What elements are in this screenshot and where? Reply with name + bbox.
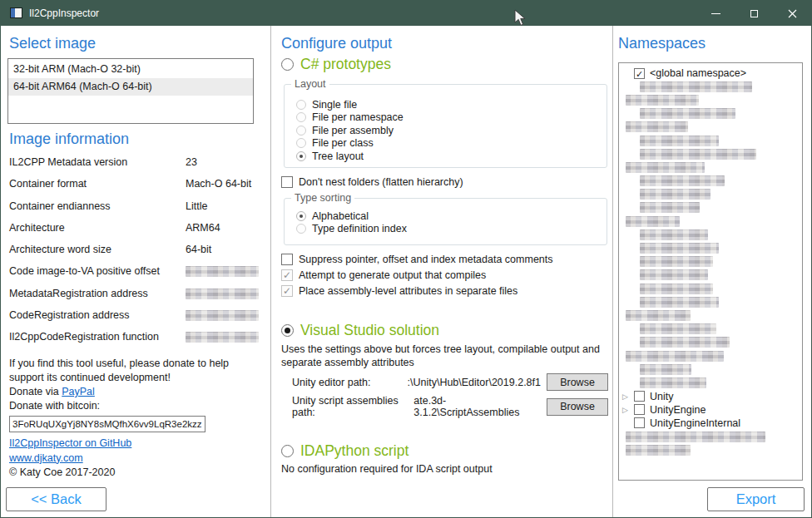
- layout-option-radio[interactable]: File per class: [296, 137, 607, 150]
- namespace-tree-item[interactable]: ▷ UnityEngineInternal: [622, 417, 802, 430]
- export-button[interactable]: Export: [707, 487, 805, 511]
- github-link[interactable]: Il2CppInspector on GitHub: [9, 437, 131, 449]
- namespace-tree-item[interactable]: ▷: [622, 282, 802, 295]
- browse-button[interactable]: Browse: [547, 398, 608, 416]
- namespaces-tree[interactable]: ▷ <global namespace> ▷ ▷ ▷: [618, 62, 803, 481]
- layout-option-radio[interactable]: File per namespace: [296, 111, 607, 125]
- redacted-namespace[interactable]: [626, 432, 765, 442]
- namespace-tree-item[interactable]: ▷: [622, 430, 802, 443]
- redacted-namespace[interactable]: [640, 323, 716, 334]
- browse-button[interactable]: Browse: [547, 373, 608, 391]
- minimize-button[interactable]: [696, 1, 735, 26]
- expander-icon[interactable]: ▷: [622, 391, 634, 402]
- namespace-tree-item[interactable]: ▷: [622, 121, 802, 134]
- redacted-namespace[interactable]: [626, 310, 691, 321]
- namespace-checkbox[interactable]: [634, 417, 645, 428]
- type-sorting-option-radio[interactable]: Type definition index: [296, 223, 607, 236]
- redacted-namespace[interactable]: [640, 269, 708, 280]
- namespace-tree-item[interactable]: ▷: [622, 80, 802, 93]
- output-option-checkbox[interactable]: Attempt to generate output that compiles: [281, 267, 553, 283]
- bitcoin-address-input[interactable]: [9, 416, 205, 432]
- info-label: Il2CppCodeRegistration function: [9, 331, 186, 343]
- namespace-tree-item[interactable]: ▷: [622, 241, 802, 254]
- namespace-checkbox[interactable]: [634, 68, 645, 79]
- image-info-table: IL2CPP Metadata version 23 Container for…: [9, 156, 259, 353]
- redacted-namespace[interactable]: [640, 202, 700, 213]
- image-listbox[interactable]: 32-bit ARM (Mach-O 32-bit) 64-bit ARM64 …: [7, 58, 254, 124]
- redacted-namespace[interactable]: [640, 81, 752, 92]
- namespace-tree-item[interactable]: ▷: [622, 107, 802, 121]
- namespace-tree-item[interactable]: ▷: [622, 255, 802, 269]
- redacted-namespace[interactable]: [640, 189, 710, 200]
- namespace-tree-item[interactable]: ▷: [622, 134, 802, 147]
- donate-bitcoin-text: Donate with bitcoin:: [9, 399, 259, 413]
- redacted-namespace[interactable]: [640, 256, 713, 267]
- redacted-value: [186, 289, 259, 299]
- redacted-namespace[interactable]: [640, 377, 706, 388]
- layout-option-radio[interactable]: File per assembly: [296, 124, 607, 137]
- namespace-tree-item[interactable]: ▷: [622, 295, 802, 308]
- namespace-tree-item[interactable]: ▷ Unity: [622, 390, 802, 403]
- redacted-namespace[interactable]: [626, 95, 699, 106]
- website-link[interactable]: www.djkaty.com: [9, 452, 83, 464]
- back-button[interactable]: << Back: [6, 487, 106, 511]
- info-row: Container endianness Little: [9, 200, 259, 222]
- namespace-tree-item[interactable]: ▷: [622, 147, 802, 160]
- redacted-namespace[interactable]: [640, 229, 708, 240]
- redacted-namespace[interactable]: [626, 445, 691, 456]
- redacted-namespace[interactable]: [640, 364, 691, 375]
- idapython-script-radio[interactable]: IDAPython script: [281, 442, 408, 460]
- output-option-checkbox[interactable]: Place assembly-level attributes in separ…: [281, 284, 553, 299]
- redacted-namespace[interactable]: [640, 175, 725, 186]
- redacted-namespace[interactable]: [626, 351, 724, 362]
- redacted-namespace[interactable]: [640, 136, 719, 146]
- paypal-link[interactable]: PayPal: [62, 386, 95, 397]
- redacted-namespace[interactable]: [640, 297, 719, 308]
- expander-icon[interactable]: ▷: [622, 404, 634, 416]
- namespace-tree-item[interactable]: ▷: [622, 201, 802, 215]
- close-button[interactable]: [773, 1, 811, 26]
- namespace-tree-item[interactable]: ▷: [622, 175, 802, 188]
- layout-option-radio[interactable]: Single file: [296, 98, 607, 111]
- select-image-heading: Select image: [9, 35, 96, 52]
- layout-option-radio[interactable]: Tree layout: [296, 150, 607, 163]
- namespace-tree-item[interactable]: ▷: [622, 443, 802, 456]
- redacted-namespace[interactable]: [640, 337, 730, 348]
- image-information-heading: Image information: [9, 131, 129, 148]
- type-sorting-option-radio[interactable]: Alphabetical: [296, 210, 607, 223]
- namespace-tree-item[interactable]: ▷ UnityEngine: [622, 403, 802, 417]
- namespace-tree-item[interactable]: ▷: [622, 363, 802, 376]
- csharp-prototypes-radio[interactable]: C# prototypes: [281, 56, 391, 73]
- namespace-tree-item[interactable]: ▷: [622, 336, 802, 349]
- namespace-tree-item[interactable]: ▷: [622, 323, 802, 336]
- visual-studio-solution-radio[interactable]: Visual Studio solution: [281, 322, 439, 339]
- redacted-namespace[interactable]: [640, 108, 735, 119]
- image-list-item[interactable]: 32-bit ARM (Mach-O 32-bit): [8, 61, 253, 78]
- namespace-tree-item[interactable]: ▷: [622, 160, 802, 174]
- namespace-tree-item[interactable]: ▷ <global namespace>: [622, 67, 802, 80]
- namespace-tree-item[interactable]: ▷: [622, 349, 802, 363]
- redacted-namespace[interactable]: [626, 162, 705, 173]
- namespace-tree-item[interactable]: ▷: [622, 188, 802, 201]
- flatten-hierarchy-checkbox[interactable]: Don't nest folders (flatten hierarchy): [281, 176, 463, 188]
- namespace-tree-item[interactable]: ▷: [622, 376, 802, 389]
- namespace-tree-item[interactable]: ▷: [622, 93, 802, 106]
- info-label: Architecture word size: [9, 244, 186, 255]
- namespace-tree-item[interactable]: ▷: [622, 215, 802, 228]
- namespace-tree-item[interactable]: ▷: [622, 228, 802, 241]
- redacted-namespace[interactable]: [640, 243, 719, 254]
- namespace-checkbox[interactable]: [634, 404, 645, 415]
- redacted-namespace[interactable]: [626, 121, 688, 132]
- namespace-checkbox[interactable]: [634, 391, 645, 402]
- redacted-namespace[interactable]: [626, 216, 680, 227]
- image-list-item[interactable]: 64-bit ARM64 (Mach-O 64-bit): [8, 78, 253, 96]
- redacted-value: [186, 332, 259, 343]
- namespace-tree-item[interactable]: ▷: [622, 308, 802, 322]
- output-option-checkbox[interactable]: Suppress pointer, offset and index metad…: [281, 251, 553, 267]
- maximize-button[interactable]: [735, 1, 773, 26]
- radio-icon: [296, 211, 306, 221]
- layout-group-title: Layout: [291, 78, 329, 90]
- redacted-namespace[interactable]: [640, 149, 756, 160]
- namespace-tree-item[interactable]: ▷: [622, 269, 802, 282]
- redacted-namespace[interactable]: [640, 284, 713, 294]
